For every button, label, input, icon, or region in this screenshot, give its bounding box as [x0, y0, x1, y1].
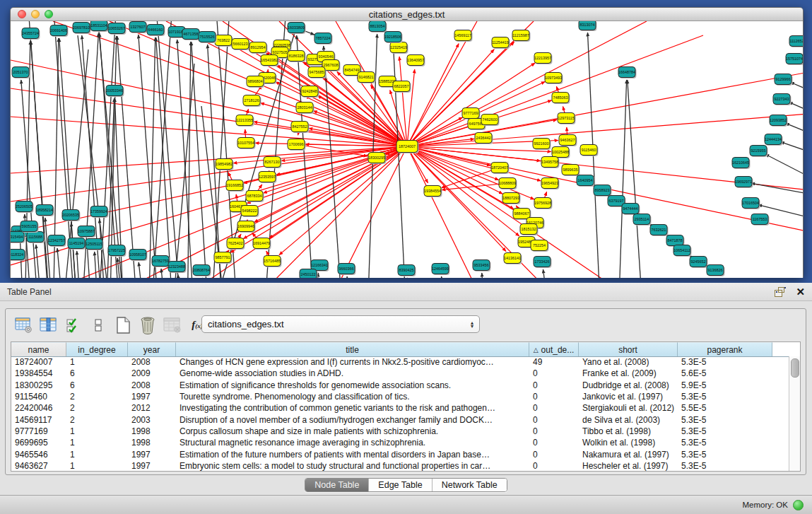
graph-node[interactable]: 1115688 — [27, 232, 45, 244]
graph-node[interactable]: 1640954 — [577, 175, 595, 187]
graph-node[interactable]: 12213957 — [534, 53, 553, 65]
graph-node[interactable]: 9242848 — [301, 86, 319, 98]
graph-node[interactable]: 19218506 — [384, 32, 403, 44]
graph-node[interactable]: 17957225 — [108, 245, 126, 257]
graph-node[interactable]: 1733426 — [534, 257, 552, 269]
minimize-window-button[interactable] — [31, 10, 40, 18]
graph-node[interactable]: 8186328 — [288, 51, 306, 63]
vertical-scrollbar[interactable] — [789, 356, 800, 471]
graph-node[interactable]: 9921600 — [533, 139, 551, 151]
tab-node-table[interactable]: Node Table — [305, 479, 369, 491]
graph-node[interactable]: 8313074 — [579, 21, 597, 31]
graph-node[interactable]: 9777169 — [462, 108, 481, 120]
graph-node[interactable]: 1700696 — [288, 139, 306, 151]
select-all-rows-icon[interactable] — [64, 315, 83, 336]
graph-node[interactable]: 12213355 — [236, 115, 254, 127]
memory-status-indicator[interactable] — [793, 500, 804, 510]
graph-node[interactable]: 3315494 — [11, 232, 25, 244]
table-row[interactable]: 911546021997Tourette syndrome. Phenomeno… — [11, 391, 789, 402]
table-row[interactable]: 1830029562008Estimation of significance … — [11, 380, 789, 391]
table-row[interactable]: 2242004622012Investigating the contribut… — [11, 402, 789, 414]
delete-table-icon[interactable] — [138, 315, 158, 336]
graph-node[interactable]: 11215987 — [512, 30, 531, 42]
graph-node[interactable]: 5905155 — [20, 221, 39, 233]
scrollbar-thumb[interactable] — [791, 358, 799, 378]
row-height-icon[interactable] — [88, 315, 108, 336]
graph-node[interactable]: 9115460 — [580, 145, 599, 157]
graph-node[interactable]: 9118324 — [11, 250, 26, 262]
graph-node[interactable]: 16909946 — [237, 221, 256, 233]
graph-node[interactable]: 13640957 — [407, 55, 425, 67]
column-header-year[interactable]: year — [128, 342, 176, 356]
graph-node[interactable]: 2051370 — [12, 67, 30, 79]
graph-node[interactable]: 12353597 — [259, 172, 277, 184]
graph-node[interactable]: 16033809 — [288, 23, 306, 35]
tab-network-table[interactable]: Network Table — [433, 479, 507, 491]
graph-node[interactable]: 8267130 — [264, 157, 282, 169]
column-header-out-de-[interactable]: △out_de... — [529, 342, 579, 356]
graph-node[interactable]: 9227343 — [773, 94, 792, 106]
graph-node[interactable]: 16210645 — [732, 158, 751, 170]
close-panel-icon[interactable]: ✕ — [796, 287, 805, 297]
graph-node[interactable]: 2718126 — [243, 95, 261, 107]
graph-node[interactable]: 10973493 — [545, 73, 563, 85]
graph-node[interactable]: 16648784 — [618, 67, 637, 79]
graph-node[interactable]: 9463627 — [559, 135, 577, 147]
graph-node[interactable]: 10975887 — [78, 226, 96, 238]
column-header-in-degree[interactable]: in_degree — [66, 342, 128, 356]
graph-node[interactable]: 9146821 — [358, 72, 376, 84]
table-row[interactable]: 969969511998Structural magnetic resonanc… — [11, 437, 789, 448]
graph-node[interactable]: 9215955 — [750, 146, 768, 158]
graph-node[interactable]: 12464599 — [432, 264, 450, 276]
graph-node[interactable]: 2803144 — [296, 103, 314, 115]
graph-node[interactable]: 10958107 — [129, 250, 148, 262]
graph-node[interactable]: 1167553 — [751, 214, 770, 226]
graph-node[interactable]: 6822057 — [393, 81, 411, 93]
graph-node[interactable]: 8958923 — [594, 185, 612, 197]
graph-node[interactable]: 12093852 — [770, 115, 788, 127]
network-window-titlebar[interactable]: citations_edges.txt — [11, 8, 803, 21]
graph-node[interactable]: 10654112 — [673, 245, 692, 257]
graph-node[interactable]: 17359924 — [90, 206, 109, 218]
table-row[interactable]: 977716911998Corpus callosum shape and si… — [11, 426, 789, 437]
graph-node[interactable]: 1327607 — [129, 22, 148, 34]
graph-node[interactable]: 9533456 — [473, 260, 491, 272]
graph-node[interactable]: 15716485 — [264, 256, 282, 268]
graph-node[interactable]: 15751074 — [786, 54, 803, 66]
graph-node[interactable]: 12323488 — [168, 262, 187, 274]
graph-node[interactable]: 8912954 — [249, 42, 268, 54]
tab-edge-table[interactable]: Edge Table — [369, 479, 432, 491]
table-row[interactable]: 1938455462009Genome-wide association stu… — [11, 368, 789, 379]
table-row[interactable]: 1456911722003Disruption of a novel membe… — [11, 414, 789, 425]
graph-node[interactable]: 8813054 — [369, 21, 387, 33]
graph-node[interactable]: 763822 — [215, 35, 233, 47]
graph-node[interactable]: 7462600 — [481, 115, 500, 127]
graph-node[interactable]: 18958214 — [36, 205, 54, 217]
graph-node[interactable]: 25206505 — [16, 201, 34, 214]
graph-node[interactable]: 6466160 — [147, 25, 165, 37]
graph-node[interactable]: 12505115 — [86, 239, 104, 251]
table-row[interactable]: 1872400712008Changes of HCN gene express… — [11, 356, 789, 368]
graph-node[interactable]: 19692971 — [735, 177, 753, 189]
graph-node[interactable]: 18807293 — [502, 193, 521, 205]
graph-node[interactable]: 9660366 — [338, 264, 356, 276]
column-visibility-icon[interactable] — [39, 315, 59, 336]
column-header-title[interactable]: title — [176, 342, 529, 356]
graph-node[interactable]: 9899635 — [562, 165, 580, 177]
graph-node[interactable]: 6878334 — [246, 191, 264, 203]
graph-node[interactable]: 11126521 — [789, 36, 803, 48]
graph-node[interactable]: 10688809 — [499, 178, 517, 190]
column-header-short[interactable]: short — [579, 342, 678, 356]
graph-node[interactable]: 7515526 — [199, 32, 217, 44]
graph-node[interactable]: 4671358 — [182, 29, 201, 41]
graph-node[interactable]: 5498222 — [241, 206, 259, 218]
graph-node[interactable]: 7625402 — [227, 238, 245, 250]
graph-node[interactable]: 20691406 — [50, 25, 69, 37]
table-selector-dropdown[interactable]: citations_edges.txt ▴▾ — [201, 315, 480, 333]
graph-node[interactable]: 5660123 — [232, 39, 250, 51]
graph-node[interactable]: 24355724 — [22, 28, 40, 40]
graph-node[interactable]: 1815132 — [520, 224, 539, 236]
graph-node[interactable]: 7632621 — [650, 225, 669, 237]
graph-node[interactable]: 9474444 — [622, 204, 640, 216]
table-options-icon[interactable] — [14, 315, 34, 336]
